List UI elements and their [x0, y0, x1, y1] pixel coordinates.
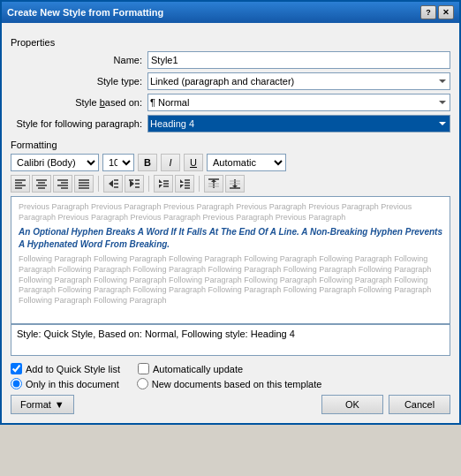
align-center-button[interactable]: [32, 175, 51, 193]
align-right-button[interactable]: [53, 175, 72, 193]
style-type-select[interactable]: Linked (paragraph and character): [147, 72, 450, 90]
only-doc-radio-label[interactable]: Only in this document: [11, 378, 119, 389]
font-color-select[interactable]: Automatic: [207, 154, 286, 171]
auto-update-checkbox-label[interactable]: Automatically update: [138, 363, 243, 374]
svg-marker-25: [159, 179, 162, 183]
para-spacing-below-button[interactable]: [225, 175, 245, 193]
formatting-label: Formatting: [11, 140, 450, 150]
properties-label: Properties: [11, 37, 450, 48]
para-spacing-above-button[interactable]: [204, 175, 223, 193]
only-doc-radio[interactable]: [11, 378, 22, 389]
quick-style-checkbox[interactable]: [11, 363, 22, 374]
options-row-2: Only in this document New documents base…: [11, 378, 450, 389]
title-bar-buttons: ? ✕: [420, 5, 454, 19]
style-based-label: Style based on:: [11, 97, 147, 108]
bottom-buttons: Format ▼ OK Cancel: [11, 395, 450, 414]
options-row-1: Add to Quick Style list Automatically up…: [11, 363, 450, 374]
name-input[interactable]: [147, 51, 450, 69]
toolbar-divider-3: [199, 176, 200, 192]
increase-indent-button[interactable]: [125, 175, 144, 193]
auto-update-checkbox[interactable]: [138, 363, 149, 374]
svg-marker-31: [180, 185, 184, 188]
svg-marker-20: [130, 180, 134, 187]
svg-marker-26: [159, 185, 162, 188]
auto-update-label: Automatically update: [153, 364, 243, 374]
format-button-label: Format: [20, 399, 51, 410]
svg-marker-30: [180, 179, 184, 183]
decrease-indent-button[interactable]: [103, 175, 123, 193]
title-bar: Create New Style from Formatting ? ✕: [2, 2, 459, 23]
font-size-select[interactable]: 10: [102, 154, 134, 171]
quick-style-checkbox-label[interactable]: Add to Quick Style list: [11, 363, 120, 374]
style-based-wrapper: ¶ Normal: [147, 94, 450, 111]
toolbar-divider-1: [98, 176, 99, 192]
name-row: Name:: [11, 51, 450, 69]
format-dropdown-arrow: ▼: [55, 399, 64, 410]
following-para-select[interactable]: Heading 4: [147, 115, 450, 132]
style-based-row: Style based on: ¶ Normal: [11, 94, 450, 111]
dialog-body: Properties Name: Style type: Linked (par…: [2, 23, 459, 423]
preview-following-paragraph: Following Paragraph Following Paragraph …: [19, 254, 442, 306]
only-doc-label: Only in this document: [26, 379, 119, 389]
following-para-wrapper: Heading 4: [147, 115, 450, 132]
preview-box: Previous Paragraph Previous Paragraph Pr…: [11, 196, 450, 324]
style-description-text: Style: Quick Style, Based on: Normal, Fo…: [17, 329, 295, 339]
name-label: Name:: [11, 55, 147, 65]
style-based-select[interactable]: ¶ Normal: [147, 94, 450, 111]
style-type-row: Style type: Linked (paragraph and charac…: [11, 72, 450, 90]
style-type-wrapper: Linked (paragraph and character): [147, 72, 450, 90]
line-spacing-2-button[interactable]: [175, 175, 194, 193]
close-button[interactable]: ✕: [438, 5, 454, 19]
create-style-dialog: Create New Style from Formatting ? ✕ Pro…: [0, 0, 461, 425]
help-button[interactable]: ?: [420, 5, 436, 19]
preview-previous-paragraph: Previous Paragraph Previous Paragraph Pr…: [19, 202, 442, 223]
new-docs-radio[interactable]: [137, 378, 148, 389]
style-type-label: Style type:: [11, 76, 147, 87]
font-family-select[interactable]: Calibri (Body): [11, 154, 99, 171]
new-docs-radio-label[interactable]: New documents based on this template: [137, 378, 322, 389]
following-para-label: Style for following paragraph:: [11, 118, 147, 129]
preview-main-paragraph: An Optional Hyphen Breaks A Word If It F…: [19, 226, 442, 251]
ok-button[interactable]: OK: [321, 395, 383, 414]
svg-marker-16: [109, 180, 113, 187]
format-button[interactable]: Format ▼: [11, 395, 74, 414]
properties-section: Properties Name: Style type: Linked (par…: [11, 37, 450, 132]
toolbar-divider-2: [148, 176, 149, 192]
following-para-row: Style for following paragraph: Heading 4: [11, 115, 450, 132]
cancel-button[interactable]: Cancel: [389, 395, 450, 414]
font-toolbar: Calibri (Body) 10 B I U Automatic: [11, 154, 450, 171]
style-description-box: Style: Quick Style, Based on: Normal, Fo…: [11, 324, 450, 356]
formatting-section: Formatting Calibri (Body) 10 B I U Autom…: [11, 140, 450, 324]
italic-button[interactable]: I: [161, 154, 180, 171]
ok-cancel-buttons: OK Cancel: [321, 395, 450, 414]
underline-button[interactable]: U: [184, 154, 203, 171]
quick-style-label: Add to Quick Style list: [26, 364, 120, 374]
line-spacing-1-button[interactable]: [154, 175, 173, 193]
align-left-button[interactable]: [11, 175, 30, 193]
align-toolbar: [11, 175, 450, 193]
new-docs-label: New documents based on this template: [152, 379, 322, 389]
dialog-title: Create New Style from Formatting: [7, 7, 163, 18]
bold-button[interactable]: B: [138, 154, 157, 171]
align-justify-button[interactable]: [74, 175, 94, 193]
